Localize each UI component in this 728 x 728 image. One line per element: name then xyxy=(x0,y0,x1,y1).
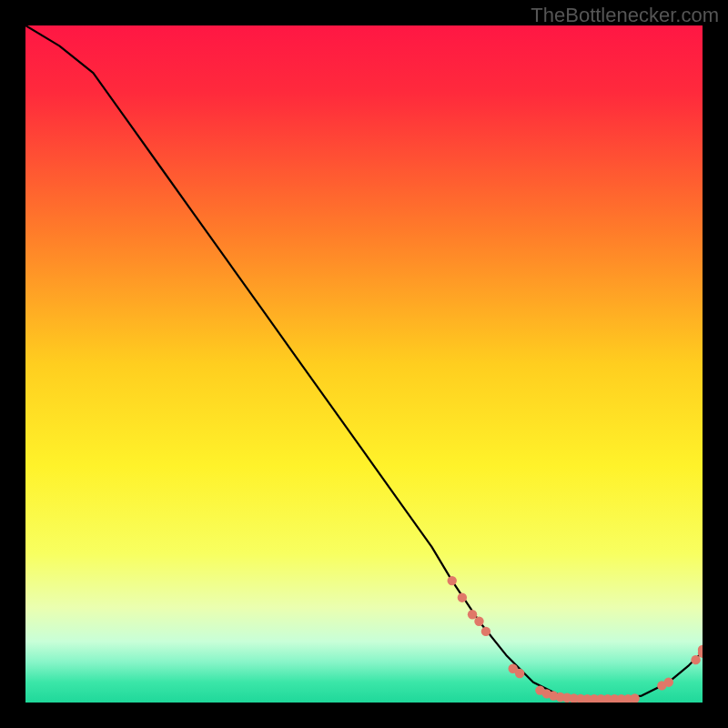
plot-area xyxy=(25,25,703,703)
chart-container: TheBottlenecker.com xyxy=(0,0,728,728)
gradient-background xyxy=(25,25,703,703)
data-marker xyxy=(468,610,477,619)
data-marker xyxy=(448,576,457,585)
chart-svg xyxy=(25,25,703,703)
data-marker xyxy=(515,669,524,678)
data-marker xyxy=(481,627,490,636)
data-marker xyxy=(458,592,467,602)
data-marker xyxy=(691,655,700,664)
data-marker xyxy=(664,677,673,686)
attribution-label: TheBottlenecker.com xyxy=(531,4,719,27)
data-marker xyxy=(474,617,483,626)
